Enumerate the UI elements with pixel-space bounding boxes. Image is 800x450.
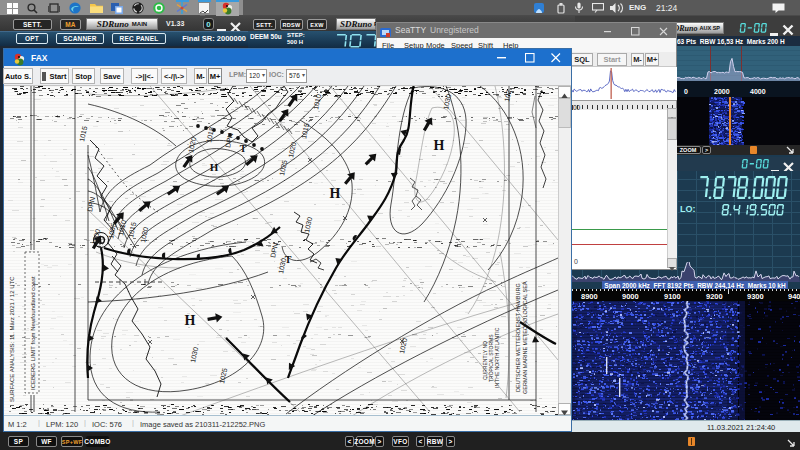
svg-text:1015: 1015	[78, 125, 88, 142]
svg-text:ICEBERG LIMIT from Newfoundlan: ICEBERG LIMIT from Newfoundland coast	[30, 276, 36, 390]
svg-text:1020: 1020	[287, 141, 297, 158]
svg-text:1030: 1030	[189, 346, 199, 363]
svg-text:1030: 1030	[303, 216, 313, 233]
svg-text:1025: 1025	[278, 159, 288, 176]
svg-text:1015: 1015	[127, 221, 137, 238]
svg-text:SURFACE ANALYSIS: 11. März 20: SURFACE ANALYSIS: 11. März 2021 / 12 UTC	[9, 276, 15, 402]
svg-text:H: H	[185, 313, 196, 328]
svg-text:1015: 1015	[300, 122, 310, 139]
svg-text:DEUTSCHER WETTERDIENST HAMBURG: DEUTSCHER WETTERDIENST HAMBURG	[515, 283, 521, 392]
svg-text:H: H	[210, 161, 219, 173]
svg-text:T: T	[240, 143, 247, 154]
svg-text:GERMAN MARINE METEOROLOGICAL S: GERMAN MARINE METEOROLOGICAL SEA	[522, 281, 528, 394]
svg-text:1025: 1025	[218, 367, 228, 384]
svg-text:1030: 1030	[442, 93, 452, 110]
